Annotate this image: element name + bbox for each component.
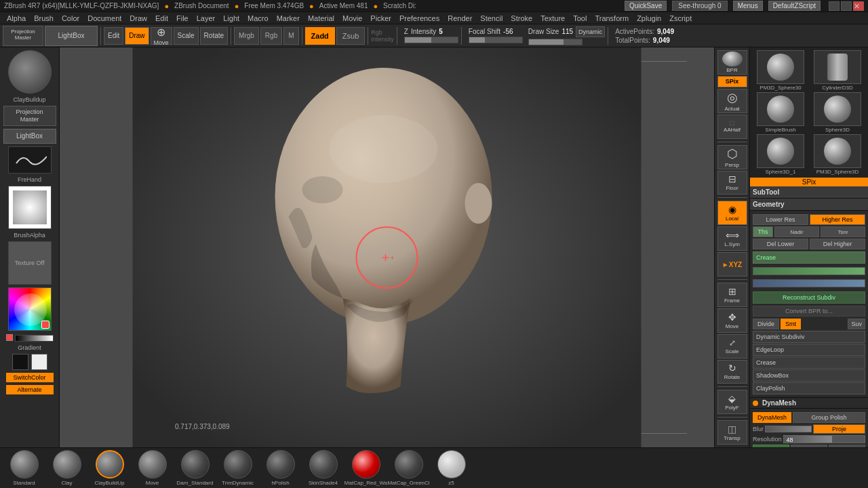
switchcolor-button[interactable]: SwitchColor bbox=[6, 373, 54, 382]
menu-alpha[interactable]: Alpha bbox=[3, 14, 30, 22]
menu-zscript[interactable]: Zscript bbox=[665, 14, 696, 22]
del-lower-button[interactable]: Del Lower bbox=[753, 239, 808, 249]
draw-button[interactable]: Draw bbox=[125, 27, 149, 45]
proje-button[interactable]: Proje bbox=[813, 424, 865, 434]
scale-vp-button[interactable]: ⤢ Scale bbox=[717, 334, 747, 359]
brush-matcap-green[interactable]: MatCap_GreenCl bbox=[390, 450, 427, 486]
close-button[interactable]: ✕ bbox=[853, 1, 864, 11]
menu-texture[interactable]: Texture bbox=[536, 14, 569, 22]
floor-button[interactable]: ⊟ Floor bbox=[717, 171, 747, 195]
brush-hpolish[interactable]: hPolish bbox=[262, 450, 299, 486]
edgeloop-button[interactable]: EdgeLoop bbox=[753, 344, 865, 356]
thumb-simplebrush[interactable]: SimpleBrush bbox=[753, 92, 808, 133]
actual-button[interactable]: ◎ Actual bbox=[717, 89, 747, 113]
edit-button[interactable]: Edit bbox=[104, 27, 123, 45]
window-btn-1[interactable] bbox=[829, 1, 840, 11]
menu-draw[interactable]: Draw bbox=[125, 14, 151, 22]
tsnr-button[interactable]: Tsnr bbox=[821, 226, 865, 237]
rgb-button[interactable]: Rgb bbox=[260, 27, 282, 45]
shadowbox-button[interactable]: ShadowBox bbox=[753, 369, 865, 382]
projection-master-btn[interactable]: Projection Master bbox=[3, 26, 43, 46]
lightbox-button[interactable]: LightBox bbox=[45, 26, 98, 46]
menu-transform[interactable]: Transform bbox=[591, 14, 633, 22]
del-higher-button[interactable]: Del Higher bbox=[810, 239, 865, 249]
frame-button[interactable]: ⊞ Frame bbox=[717, 283, 747, 307]
zadd-button[interactable]: Zadd bbox=[305, 27, 335, 45]
bpr-button[interactable]: BPR bbox=[717, 50, 747, 75]
thumb-pm3d-sphere30[interactable]: PM3D_Sphere30 bbox=[753, 50, 808, 91]
aahalf-button[interactable]: ⬚ AAHalf bbox=[717, 115, 747, 139]
menu-marker[interactable]: Marker bbox=[273, 14, 304, 22]
menu-preferences[interactable]: Preferences bbox=[395, 14, 443, 22]
menu-document[interactable]: Document bbox=[83, 14, 125, 22]
smt-button[interactable]: Smt bbox=[781, 319, 801, 329]
add-button[interactable]: Add bbox=[753, 445, 789, 447]
local-button[interactable]: ◉ Local bbox=[717, 201, 747, 225]
menu-tool[interactable]: Tool bbox=[569, 14, 591, 22]
blur-slider[interactable] bbox=[765, 426, 812, 432]
suv-button[interactable]: Suv bbox=[848, 319, 865, 329]
see-through-button[interactable]: See-through 0 bbox=[672, 1, 727, 11]
m-button[interactable]: M bbox=[283, 27, 298, 45]
focal-shift-slider[interactable] bbox=[469, 37, 523, 43]
sub-button[interactable]: Sub bbox=[791, 445, 827, 447]
lower-res-button[interactable]: Lower Res bbox=[753, 214, 808, 225]
menu-edit[interactable]: Edit bbox=[151, 14, 172, 22]
menu-light[interactable]: Light bbox=[219, 14, 243, 22]
draw-size-slider[interactable] bbox=[528, 39, 583, 45]
dynamic-button[interactable]: Dynamic bbox=[576, 26, 605, 37]
polyf-button[interactable]: ⬙ PolyF bbox=[717, 390, 747, 414]
brush-alpha-preview[interactable] bbox=[8, 186, 52, 229]
white-swatch[interactable] bbox=[31, 354, 47, 370]
toolbar-move-button[interactable]: ⊕ Move bbox=[151, 27, 172, 45]
brush-clay[interactable]: Clay bbox=[48, 450, 85, 486]
reconstruct-subdiv-button[interactable]: Reconstruct Subdiv bbox=[753, 291, 865, 304]
thumb-sphere3d[interactable]: Sphere3D bbox=[810, 92, 865, 133]
lightbox-side-button[interactable]: LightBox bbox=[3, 129, 56, 144]
canvas-area[interactable]: + 0.717,0.373,0.089 bbox=[60, 47, 714, 447]
menu-picker[interactable]: Picker bbox=[366, 14, 395, 22]
thumb-cylinderd3d[interactable]: CylinderD3D bbox=[810, 50, 865, 91]
claypolish-button[interactable]: ClayPolish bbox=[753, 382, 865, 394]
zsub-button[interactable]: Zsub bbox=[336, 27, 365, 45]
brush-standard[interactable]: Standard bbox=[5, 450, 43, 486]
geometry-header[interactable]: Geometry bbox=[750, 199, 868, 211]
brush-dam-standard[interactable]: Dam_Standard bbox=[176, 450, 214, 486]
menu-zplugin[interactable]: Zplugin bbox=[633, 14, 665, 22]
persp-button[interactable]: ⬡ Persp bbox=[717, 145, 747, 169]
menu-material[interactable]: Material bbox=[304, 14, 338, 22]
rotate-button[interactable]: Rotate bbox=[200, 27, 228, 45]
color-wheel[interactable] bbox=[8, 287, 52, 331]
crease-geo-button[interactable]: Crease bbox=[753, 357, 865, 369]
default-script-button[interactable]: DefaultZScript bbox=[768, 1, 821, 11]
brush-stroke-preview[interactable] bbox=[8, 146, 52, 174]
mrgb-button[interactable]: Mrgb bbox=[234, 27, 259, 45]
and-button[interactable]: And bbox=[829, 445, 865, 447]
brush-move[interactable]: Move bbox=[134, 450, 171, 486]
transp-button[interactable]: ◫ Transp bbox=[717, 420, 747, 445]
spix-right-button[interactable]: SPix bbox=[750, 178, 868, 186]
quicksave-button[interactable]: QuickSave bbox=[625, 1, 667, 11]
black-swatch[interactable] bbox=[12, 354, 28, 370]
higher-res-button[interactable]: Higher Res bbox=[810, 214, 865, 225]
scale-button[interactable]: Scale bbox=[174, 27, 199, 45]
z-intensity-slider[interactable] bbox=[404, 37, 458, 43]
rotate-vp-button[interactable]: ↻ Rotate bbox=[717, 360, 747, 384]
convert-bpr-button[interactable]: Convert BPR to... bbox=[753, 306, 865, 317]
menus-button[interactable]: Menus bbox=[733, 1, 763, 11]
brush-claybuildup[interactable]: ClayBuildUp bbox=[91, 450, 128, 486]
color-indicator[interactable] bbox=[6, 334, 13, 341]
window-btn-2[interactable] bbox=[841, 1, 852, 11]
group-polish-button[interactable]: Group Polish bbox=[793, 412, 865, 423]
menu-render[interactable]: Render bbox=[443, 14, 476, 22]
thumb-sphere3d-1[interactable]: Sphere3D_1 bbox=[753, 134, 808, 175]
move-vp-button[interactable]: ✥ Move bbox=[717, 308, 747, 333]
spix-button[interactable]: SPix bbox=[717, 76, 747, 87]
brush-preview[interactable] bbox=[8, 50, 52, 94]
resolution-slider[interactable]: 48 bbox=[783, 435, 865, 443]
menu-layer[interactable]: Layer bbox=[193, 14, 220, 22]
alternate-button[interactable]: Alternate bbox=[6, 385, 54, 394]
texture-preview[interactable]: Texture Off bbox=[8, 241, 52, 285]
brush-trimdynamic[interactable]: TrimDynamic bbox=[219, 450, 256, 486]
xyz-button[interactable]: ►XYZ bbox=[717, 252, 747, 277]
